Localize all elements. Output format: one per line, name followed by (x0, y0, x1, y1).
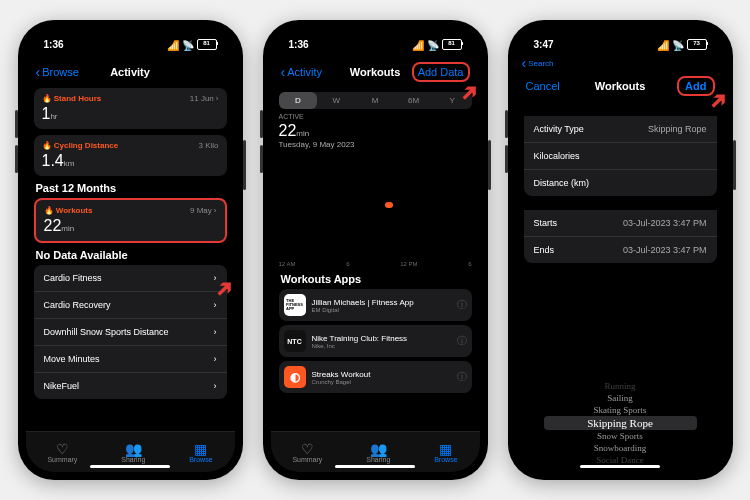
chart-date: Tuesday, 9 May 2023 (279, 140, 472, 149)
tab-summary[interactable]: ♡Summary (47, 442, 77, 463)
battery-icon: 81 (197, 39, 217, 50)
app-row[interactable]: THEFITNESSAPP Jillian Michaels | Fitness… (279, 289, 472, 321)
list-item[interactable]: Move Minutes› (34, 346, 227, 373)
card-date: 11 Jun › (190, 94, 219, 103)
battery-icon: 81 (442, 39, 462, 50)
seg-m[interactable]: M (356, 92, 395, 109)
grid-icon: ▦ (194, 442, 207, 456)
picker-option[interactable]: Sailing (524, 392, 717, 404)
volume-up (505, 110, 508, 138)
list-item[interactable]: Cardio Fitness› (34, 265, 227, 292)
chart-area[interactable]: 12 AM612 PM6 (279, 149, 472, 267)
workouts-value: 22 (44, 217, 62, 234)
nav-bar: Cancel Workouts Add (516, 70, 725, 102)
notch (330, 28, 420, 50)
people-icon: 👥 (125, 442, 142, 456)
page-title: Workouts (350, 66, 401, 78)
activity-picker[interactable]: Running Sailing Skating Sports Skipping … (524, 374, 717, 472)
cycling-distance-card[interactable]: 🔥 Cycling Distance3 Kilo 1.4km (34, 135, 227, 176)
tab-browse[interactable]: ▦Browse (434, 442, 457, 463)
clock: 3:47 (534, 39, 554, 50)
back-label: Activity (287, 66, 322, 78)
phone-3-add-workout: 3:47 📶 📡 73 ‹Search Cancel Workouts Add … (508, 20, 733, 480)
home-indicator[interactable] (90, 465, 170, 468)
info-icon[interactable]: ⓘ (457, 334, 467, 348)
app-icon: ◐ (284, 366, 306, 388)
back-button[interactable]: ‹Browse (36, 65, 79, 79)
wifi-icon: 📡 (427, 40, 439, 48)
info-icon[interactable]: ⓘ (457, 370, 467, 384)
back-button[interactable]: ‹Activity (281, 65, 323, 79)
seg-d[interactable]: D (279, 92, 318, 109)
app-sub: EM Digital (312, 307, 414, 313)
people-icon: 👥 (370, 442, 387, 456)
add-data-button[interactable]: Add Data (412, 62, 470, 82)
chevron-right-icon: › (214, 327, 217, 337)
picker-option[interactable]: Running (524, 380, 717, 392)
phone-1-activity: 1:36 📶 📡 81 ‹Browse Activity 🔥 Stand Hou… (18, 20, 243, 480)
kilocalories-row[interactable]: Kilocalories (524, 143, 717, 170)
chevron-right-icon: › (214, 381, 217, 391)
volume-down (505, 145, 508, 173)
grid-icon: ▦ (439, 442, 452, 456)
nav-bar: ‹Browse Activity (26, 56, 235, 88)
ends-row[interactable]: Ends03-Jul-2023 3:47 PM (524, 237, 717, 263)
chevron-left-icon: ‹ (36, 65, 41, 79)
seg-w[interactable]: W (317, 92, 356, 109)
home-indicator[interactable] (335, 465, 415, 468)
distance-row[interactable]: Distance (km) (524, 170, 717, 196)
volume-down (15, 145, 18, 173)
notch (575, 28, 665, 50)
section-header-nodata: No Data Available (36, 249, 227, 261)
picker-option[interactable]: Skating Sports (524, 404, 717, 416)
home-indicator[interactable] (580, 465, 660, 468)
list-item[interactable]: NikeFuel› (34, 373, 227, 399)
card-date: 3 Kilo (198, 141, 218, 150)
app-name: Jillian Michaels | Fitness App (312, 298, 414, 307)
picker-selected[interactable]: Skipping Rope (544, 416, 697, 430)
starts-row[interactable]: Starts03-Jul-2023 3:47 PM (524, 210, 717, 237)
active-value: 22 (279, 122, 297, 139)
app-sub: Nike, Inc (312, 343, 408, 349)
section-header-past12: Past 12 Months (36, 182, 227, 194)
cycling-value: 1.4 (42, 152, 64, 169)
section-header-apps: Workouts Apps (281, 273, 472, 285)
time-range-segmented[interactable]: D W M 6M Y (279, 92, 472, 109)
tab-browse[interactable]: ▦Browse (189, 442, 212, 463)
seg-6m[interactable]: 6M (394, 92, 433, 109)
side-button (733, 140, 736, 190)
wifi-icon: 📡 (672, 40, 684, 48)
tab-sharing[interactable]: 👥Sharing (121, 442, 145, 463)
clock: 1:36 (289, 39, 309, 50)
list-item[interactable]: Downhill Snow Sports Distance› (34, 319, 227, 346)
app-name: Streaks Workout (312, 370, 371, 379)
tab-sharing[interactable]: 👥Sharing (366, 442, 390, 463)
side-button (243, 140, 246, 190)
side-button (488, 140, 491, 190)
app-row[interactable]: ◐ Streaks WorkoutCrunchy Bagel ⓘ (279, 361, 472, 393)
tab-summary[interactable]: ♡Summary (292, 442, 322, 463)
battery-icon: 73 (687, 39, 707, 50)
activity-type-row[interactable]: Activity TypeSkipping Rope (524, 116, 717, 143)
data-point (385, 202, 393, 208)
x-axis: 12 AM612 PM6 (279, 261, 472, 267)
info-icon[interactable]: ⓘ (457, 298, 467, 312)
phone-2-workouts: 1:36 📶 📡 81 ‹Activity Workouts Add Data … (263, 20, 488, 480)
page-title: Activity (110, 66, 150, 78)
cancel-button[interactable]: Cancel (526, 80, 560, 92)
workouts-card[interactable]: 🔥 Workouts9 May › 22min (34, 198, 227, 243)
volume-down (260, 145, 263, 173)
notch (85, 28, 175, 50)
picker-option[interactable]: Snow Sports (524, 430, 717, 442)
flame-icon: 🔥 Stand Hours (42, 94, 102, 103)
breadcrumb-search[interactable]: ‹Search (516, 56, 725, 70)
volume-up (15, 110, 18, 138)
chevron-right-icon: › (214, 300, 217, 310)
heart-icon: ♡ (56, 442, 69, 456)
list-item[interactable]: Cardio Recovery› (34, 292, 227, 319)
app-row[interactable]: NTC Nike Training Club: FitnessNike, Inc… (279, 325, 472, 357)
volume-up (260, 110, 263, 138)
flame-icon: 🔥 Workouts (44, 206, 93, 215)
picker-option[interactable]: Snowboarding (524, 442, 717, 454)
stand-hours-card[interactable]: 🔥 Stand Hours11 Jun › 1hr (34, 88, 227, 129)
